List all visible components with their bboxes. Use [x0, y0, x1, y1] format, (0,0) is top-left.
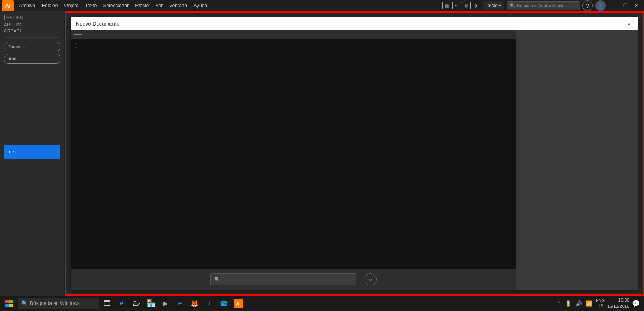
dialog-body: () 🔍 ○: [71, 30, 638, 290]
taskbar-chevron-icon[interactable]: ⌃: [556, 300, 562, 307]
creacion-link[interactable]: CREACI...: [4, 28, 60, 33]
svg-rect-2: [5, 304, 9, 307]
taskbar-search-text: Búsqueda en Windows: [30, 300, 80, 306]
taskbar-right: ⌃ 🔋 🔊 📶 ENG US 16:00 15/12/2016 💬: [556, 297, 642, 310]
app-logo: Ai: [2, 0, 14, 11]
taskbar-task-view[interactable]: 🗔: [101, 297, 114, 310]
taskbar-edge[interactable]: e: [115, 297, 128, 310]
archivos-link[interactable]: ARCHIV...: [4, 22, 60, 27]
recientes-section: RECIEN...: [4, 15, 60, 20]
dialog-right-panel: [516, 30, 638, 290]
taskbar-edge2[interactable]: e: [174, 297, 187, 310]
title-bar-right: ▦ St ⊞ ✈ Inicio ▾ 🔍 Buscar en Adobe Stoc…: [442, 0, 642, 11]
send-icon[interactable]: ✈: [472, 1, 481, 10]
inicio-chevron-icon: ▾: [499, 3, 501, 9]
menu-ver[interactable]: Ver: [152, 2, 165, 9]
dialog-close-button[interactable]: ×: [625, 20, 633, 28]
lang-us: US: [596, 303, 605, 309]
dialog-top-dash: [74, 34, 82, 35]
search-icon: 🔍: [510, 3, 515, 9]
taskbar-store[interactable]: 🏪: [144, 297, 157, 310]
sidebar-divider-1: [4, 37, 60, 38]
dialog-left-top-bar: [71, 30, 516, 39]
dialog-circle-button[interactable]: ○: [365, 273, 377, 285]
menu-seleccionar[interactable]: Seleccionar: [100, 2, 131, 9]
menu-ventana[interactable]: Ventana: [166, 2, 190, 9]
dialog-search-bar[interactable]: 🔍: [210, 273, 356, 285]
svg-rect-3: [9, 304, 13, 307]
taskbar-media[interactable]: ▶: [159, 297, 172, 310]
taskbar-firefox[interactable]: 🦊: [188, 297, 201, 310]
abrir-button[interactable]: Abrir...: [4, 54, 60, 64]
placeholder-icon-1[interactable]: ▦: [442, 2, 451, 9]
taskbar-skype[interactable]: ☎: [217, 297, 230, 310]
svg-rect-0: [5, 300, 9, 303]
start-button[interactable]: [2, 296, 16, 311]
left-sidebar: RECIEN... ARCHIV... CREACI... Nuevo... A…: [0, 11, 65, 296]
taskbar-explorer[interactable]: 🗁: [130, 297, 143, 310]
menu-ayuda[interactable]: Ayuda: [191, 2, 210, 9]
taskbar-illustrator[interactable]: Ai: [232, 297, 245, 310]
menu-bar: Archivo Edición Objeto Texto Seleccionar…: [16, 2, 210, 9]
dialog-left-panel: () 🔍 ○: [71, 30, 516, 290]
dialog-canvas-area: (): [71, 39, 516, 269]
taskbar-volume-icon[interactable]: 🔊: [575, 300, 583, 307]
dialog-search-icon: 🔍: [214, 277, 220, 282]
time-display: 16:00: [607, 297, 629, 303]
inicio-button[interactable]: Inicio ▾: [483, 1, 504, 10]
window-controls: — ❐ ✕: [608, 0, 642, 11]
windows-logo-icon: [5, 300, 13, 307]
taskbar-notification-icon[interactable]: 💬: [632, 300, 640, 307]
stock-search-bar[interactable]: 🔍 Buscar en Adobe Stock: [507, 1, 580, 10]
taskbar-wifi-icon[interactable]: 📶: [585, 300, 593, 307]
sidebar-divider-2: [4, 68, 60, 68]
maximize-button[interactable]: ❐: [620, 0, 631, 11]
dialog-title-bar: Nuevo Documento ×: [71, 17, 638, 30]
user-avatar[interactable]: 👤: [595, 0, 606, 11]
menu-edicion[interactable]: Edición: [39, 2, 60, 9]
title-bar-left: Ai Archivo Edición Objeto Texto Seleccio…: [2, 0, 210, 11]
menu-efecto[interactable]: Efecto: [132, 2, 152, 9]
nuevo-documento-dialog: Nuevo Documento × () 🔍: [71, 17, 638, 290]
title-bar: Ai Archivo Edición Objeto Texto Seleccio…: [0, 0, 644, 11]
taskbar-language[interactable]: ENG US: [596, 298, 605, 309]
help-button[interactable]: ?: [582, 0, 593, 11]
dialog-canvas-text: (): [74, 43, 77, 48]
menu-archivo[interactable]: Archivo: [16, 2, 38, 9]
promo-button[interactable]: res...: [4, 145, 60, 159]
menu-objeto[interactable]: Objeto: [61, 2, 81, 9]
date-display: 15/12/2016: [607, 303, 629, 309]
taskbar-search[interactable]: 🔍 Búsqueda en Windows: [18, 298, 99, 309]
menu-texto[interactable]: Texto: [82, 2, 100, 9]
taskbar-time[interactable]: 16:00 15/12/2016: [607, 297, 629, 310]
inicio-label: Inicio: [486, 3, 498, 9]
taskbar-battery-icon[interactable]: 🔋: [564, 300, 572, 307]
lang-eng: ENG: [596, 298, 605, 303]
illustrator-taskbar-icon: Ai: [234, 299, 243, 308]
svg-rect-1: [9, 300, 13, 303]
close-button[interactable]: ✕: [631, 0, 642, 11]
grid-icon[interactable]: ⊞: [462, 2, 471, 9]
taskbar-search-icon: 🔍: [21, 300, 28, 306]
stock-search-placeholder: Buscar en Adobe Stock: [517, 3, 563, 8]
placeholder-icon-2[interactable]: St: [452, 2, 461, 9]
dialog-title: Nuevo Documento: [76, 21, 120, 27]
nuevo-button[interactable]: Nuevo...: [4, 42, 60, 51]
minimize-button[interactable]: —: [608, 0, 620, 11]
dialog-bottom-bar: 🔍 ○: [71, 269, 516, 290]
center-area: Nuevo Documento × () 🔍: [65, 11, 644, 296]
taskbar: 🔍 Búsqueda en Windows 🗔 e 🗁 🏪 ▶ e 🦊 ♪ ☎ …: [0, 296, 644, 311]
taskbar-spotify[interactable]: ♪: [203, 297, 216, 310]
toolbar-icon-group: ▦ St ⊞ ✈: [442, 1, 481, 10]
